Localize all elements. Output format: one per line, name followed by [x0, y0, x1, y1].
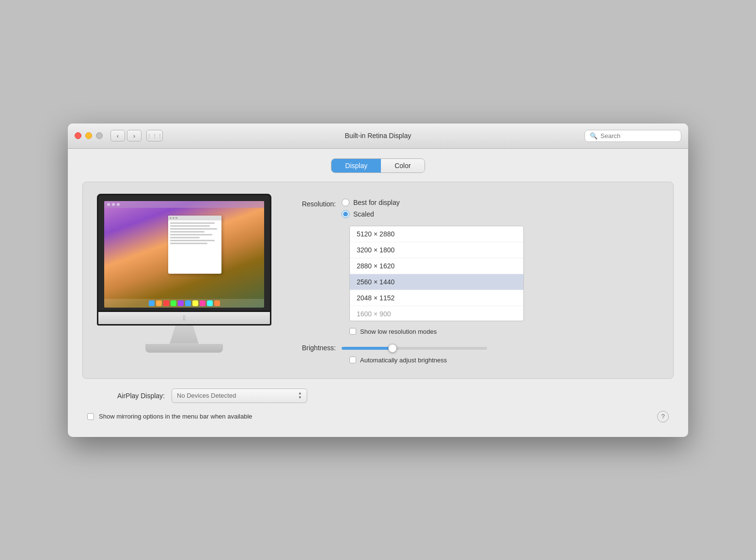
close-button[interactable]	[75, 132, 81, 139]
search-input[interactable]	[600, 132, 676, 140]
brightness-label: Brightness:	[288, 344, 342, 352]
forward-button[interactable]: ›	[127, 130, 142, 141]
nav-buttons: ‹ ›	[110, 130, 142, 141]
dock-icon	[149, 300, 155, 306]
radio-circle-best	[342, 199, 349, 206]
res-item-1[interactable]: 3200 × 1800	[350, 242, 523, 258]
tab-segment: Display Color	[82, 158, 674, 173]
dock-icon	[163, 300, 169, 306]
menubar-dot	[107, 203, 110, 206]
brightness-slider-track[interactable]	[342, 347, 487, 350]
doc-dot	[173, 217, 174, 219]
main-panel:  Resolution: Best for display	[82, 182, 674, 379]
dock-icon	[200, 300, 205, 306]
titlebar: ‹ › ⋮⋮⋮ Built-in Retina Display 🔍	[68, 124, 688, 149]
dock-icon	[156, 300, 162, 306]
radio-inner-scaled	[343, 212, 348, 217]
show-low-res-checkbox[interactable]	[349, 328, 356, 335]
brightness-slider-fill	[342, 347, 393, 350]
brightness-slider-thumb[interactable]	[388, 344, 397, 353]
search-bar[interactable]: 🔍	[584, 130, 681, 142]
imac-menubar	[104, 201, 264, 208]
brightness-row: Brightness:	[288, 344, 662, 352]
resolution-list: 5120 × 2880 3200 × 1800 2880 × 1620 2560…	[349, 226, 524, 321]
tab-display[interactable]: Display	[331, 159, 381, 172]
back-button[interactable]: ‹	[110, 130, 125, 141]
auto-brightness-label: Automatically adjust brightness	[360, 357, 447, 364]
res-item-4[interactable]: 2048 × 1152	[350, 290, 523, 306]
airplay-select-value: No Devices Detected	[177, 392, 236, 399]
help-button[interactable]: ?	[657, 411, 669, 422]
window-content: Display Color	[68, 149, 688, 437]
airplay-select[interactable]: No Devices Detected ▲ ▼	[172, 389, 307, 403]
brightness-slider-wrap[interactable]	[342, 346, 487, 350]
dock-icon	[207, 300, 213, 306]
doc-dot	[175, 217, 177, 219]
radio-label-best: Best for display	[353, 199, 400, 206]
res-item-3[interactable]: 2560 × 1440	[350, 274, 523, 290]
show-mirror-label: Show mirroring options in the menu bar w…	[99, 413, 252, 420]
res-item-2[interactable]: 2880 × 1620	[350, 258, 523, 274]
auto-brightness-row: Automatically adjust brightness	[349, 357, 662, 364]
show-low-res-row: Show low resolution modes	[349, 328, 662, 335]
menubar-dot	[112, 203, 115, 206]
radio-label-scaled: Scaled	[353, 210, 374, 218]
maximize-button[interactable]	[96, 132, 103, 139]
doc-line	[170, 231, 205, 233]
radio-group-resolution: Best for display Scaled	[342, 199, 400, 218]
airplay-row: AirPlay Display: No Devices Detected ▲ ▼	[82, 389, 674, 403]
grid-button[interactable]: ⋮⋮⋮	[146, 130, 163, 141]
menubar-dot	[117, 203, 120, 206]
doc-line	[170, 222, 215, 224]
imac-screen-outer	[97, 194, 271, 312]
show-mirror-checkbox[interactable]	[87, 413, 94, 420]
show-low-res-label: Show low resolution modes	[360, 328, 437, 335]
res-item-5[interactable]: 1600 × 900	[350, 306, 523, 321]
doc-dot	[170, 217, 172, 219]
radio-scaled[interactable]: Scaled	[342, 210, 400, 218]
window-title: Built-in Retina Display	[345, 132, 411, 140]
segment-control: Display Color	[331, 158, 425, 173]
resolution-row: Resolution: Best for display Scaled	[288, 199, 662, 218]
airplay-label: AirPlay Display:	[87, 392, 165, 400]
auto-brightness-checkbox[interactable]	[349, 357, 356, 363]
imac-doc-body	[168, 220, 221, 248]
imac-doc-titlebar	[168, 216, 221, 220]
imac-base	[145, 344, 223, 353]
doc-line	[170, 234, 212, 235]
imac-screen	[104, 201, 264, 308]
doc-line	[170, 225, 210, 227]
radio-best-for-display[interactable]: Best for display	[342, 199, 400, 206]
resolution-label: Resolution:	[288, 199, 342, 208]
imac-doc-window	[168, 216, 221, 274]
doc-line	[170, 240, 215, 241]
radio-circle-scaled	[342, 210, 349, 218]
traffic-lights	[75, 132, 103, 139]
show-mirror-row: Show mirroring options in the menu bar w…	[82, 411, 674, 422]
res-item-0[interactable]: 5120 × 2880	[350, 226, 523, 242]
apple-logo-icon: 	[183, 314, 185, 322]
dock-icon	[185, 300, 191, 306]
grid-icon: ⋮⋮⋮	[147, 133, 163, 139]
dock-icon	[171, 300, 176, 306]
doc-line	[170, 228, 217, 230]
system-preferences-window: ‹ › ⋮⋮⋮ Built-in Retina Display 🔍 Displa…	[68, 124, 688, 437]
settings-panel: Resolution: Best for display Scaled	[288, 194, 662, 364]
dock-icon	[192, 300, 198, 306]
imac-preview: 	[94, 194, 274, 353]
doc-line	[170, 237, 200, 238]
imac-neck	[170, 326, 199, 344]
minimize-button[interactable]	[85, 132, 92, 139]
dock-icon	[178, 300, 184, 306]
search-icon: 🔍	[590, 132, 598, 140]
imac-chin: 	[97, 312, 271, 326]
imac-dock	[104, 299, 264, 308]
tab-color[interactable]: Color	[381, 159, 424, 172]
select-arrows-icon: ▲ ▼	[298, 391, 302, 400]
doc-line	[170, 243, 207, 244]
dock-icon	[214, 300, 220, 306]
